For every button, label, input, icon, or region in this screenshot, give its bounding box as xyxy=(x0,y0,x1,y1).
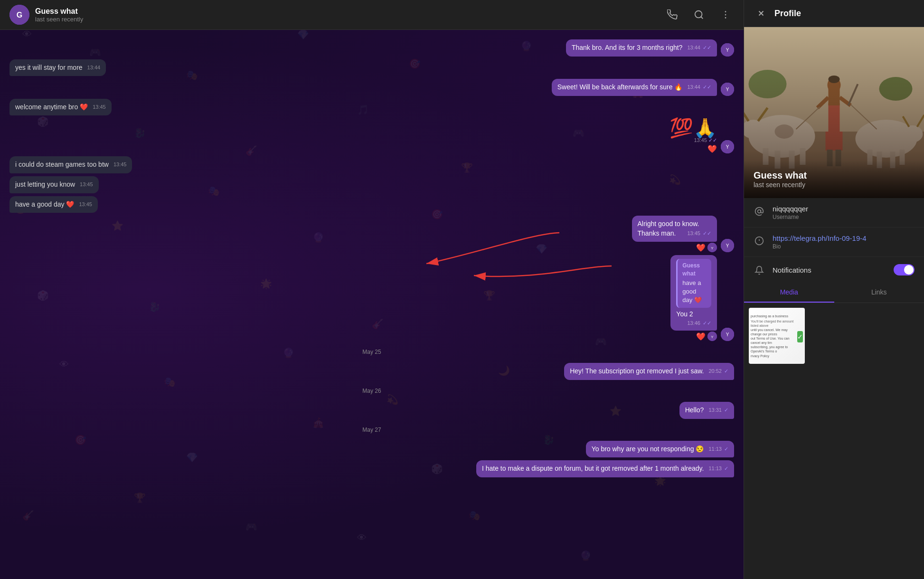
svg-line-3 xyxy=(701,17,703,19)
svg-point-26 xyxy=(749,70,787,98)
profile-panel: Profile xyxy=(744,0,924,579)
header-actions xyxy=(664,6,734,23)
phone-button[interactable] xyxy=(664,6,681,23)
table-row: I hate to make a dispute on forum, but i… xyxy=(9,460,734,477)
table-row: yes it will stay for more 13:44 xyxy=(9,59,734,76)
read-receipt: ✓ xyxy=(724,465,728,471)
message-bubble: yes it will stay for more 13:44 xyxy=(9,59,106,76)
message-avatar: Y xyxy=(707,243,717,252)
date-divider: May 25 xyxy=(9,349,734,355)
svg-point-58 xyxy=(758,210,761,213)
message-time: 13:31 ✓ xyxy=(708,407,728,414)
notifications-toggle[interactable] xyxy=(894,264,915,275)
table-row: Hey! The subscription got removed I just… xyxy=(9,363,734,380)
tab-media[interactable]: Media xyxy=(744,283,834,303)
profile-info: niqqqqqqer Username https://telegra.ph/I… xyxy=(744,198,924,283)
notifications-content: Notifications xyxy=(773,266,886,274)
svg-line-50 xyxy=(840,97,851,105)
svg-point-28 xyxy=(749,115,815,158)
svg-text:Y: Y xyxy=(726,332,729,337)
message-time: 13:45 xyxy=(93,104,106,111)
message-text: You 2 xyxy=(676,310,711,319)
date-divider: May 26 xyxy=(9,388,734,394)
bell-icon xyxy=(754,265,765,276)
at-icon xyxy=(754,206,765,217)
message-avatar: Y xyxy=(707,332,717,341)
media-item[interactable]: purchasing as a business You'll be charg… xyxy=(749,308,805,364)
svg-line-55 xyxy=(796,107,820,129)
message-time: 20:52 ✓ xyxy=(708,368,728,375)
message-avatar: Y xyxy=(721,83,734,96)
message-time: 13:46 ✓✓ xyxy=(687,320,711,327)
message-bubble: Hey! The subscription got removed I just… xyxy=(564,363,734,380)
message-avatar: Y xyxy=(721,43,734,57)
message-avatar: Y xyxy=(721,239,734,252)
close-profile-button[interactable] xyxy=(754,6,769,21)
read-receipt: ✓ xyxy=(724,407,728,413)
bio-label: Bio xyxy=(773,243,915,250)
svg-point-33 xyxy=(744,120,765,139)
tab-links[interactable]: Links xyxy=(834,283,924,303)
message-text: i could do steam games too btw xyxy=(15,161,109,168)
message-bubble: have a good day ❤️ 13:45 xyxy=(9,196,98,213)
chat-area: 👁🎮 🎭💎 🎯🔮 🎪🎲 🐉🎸 🎵🏆 🎮💫 🌙⭐ 🎭🔮 🎯💎 🎪🎲 🐉🌟 🎸🏆 🎮… xyxy=(0,0,744,579)
message-bubble-quoted: Guess what have a good day ❤️ You 2 13:4… xyxy=(670,255,717,331)
table-row: welcome anytime bro ❤️ 13:45 xyxy=(9,99,734,116)
svg-point-4 xyxy=(725,11,726,12)
message-time: 13:44 xyxy=(87,64,101,71)
svg-line-43 xyxy=(903,116,909,127)
svg-rect-47 xyxy=(829,89,840,105)
message-text: have a good day ❤️ xyxy=(15,200,74,208)
svg-point-37 xyxy=(856,120,917,158)
message-text: just letting you know xyxy=(15,180,75,188)
messages-container[interactable]: Thank bro. And its for 3 months right? 1… xyxy=(0,30,744,579)
svg-point-2 xyxy=(695,11,702,18)
svg-text:Y: Y xyxy=(711,246,714,250)
svg-text:Y: Y xyxy=(726,47,729,53)
svg-line-34 xyxy=(744,110,749,121)
read-receipt: ✓✓ xyxy=(703,320,711,326)
read-receipt: ✓✓ xyxy=(703,84,711,90)
svg-text:G: G xyxy=(17,11,22,19)
more-button[interactable] xyxy=(717,6,734,23)
message-bubble: I hate to make a dispute on forum, but i… xyxy=(476,460,734,477)
contact-avatar[interactable]: G xyxy=(9,5,29,25)
svg-point-53 xyxy=(829,76,840,83)
profile-header: Profile xyxy=(744,0,924,27)
message-time: 13:45 xyxy=(80,181,93,188)
svg-point-5 xyxy=(725,14,726,16)
read-receipt: ✓✓ xyxy=(703,230,711,236)
message-text: Thank bro. And its for 3 months right? xyxy=(572,44,682,51)
profile-display-name: Guess what xyxy=(754,170,915,181)
message-avatar: Y xyxy=(721,140,734,153)
username-content: niqqqqqqer Username xyxy=(773,205,915,220)
bio-link[interactable]: https://telegra.ph/Info-09-19-4 xyxy=(773,234,867,242)
svg-line-35 xyxy=(758,108,768,121)
message-bubble: welcome anytime bro ❤️ 13:45 xyxy=(9,99,112,116)
message-text: Hello? xyxy=(685,406,704,414)
table-row: Guess what have a good day ❤️ You 2 13:4… xyxy=(9,255,734,341)
message-time: 13:45 xyxy=(79,201,92,208)
username-value: niqqqqqqer xyxy=(773,205,915,213)
search-button[interactable] xyxy=(690,6,707,23)
message-bubble: just letting you know 13:45 xyxy=(9,176,99,193)
contact-info: Guess what last seen recently xyxy=(35,7,664,23)
message-text: welcome anytime bro ❤️ xyxy=(15,103,88,111)
svg-rect-45 xyxy=(829,103,840,139)
svg-line-56 xyxy=(851,104,877,129)
svg-point-6 xyxy=(725,17,726,19)
svg-line-54 xyxy=(849,84,858,105)
message-bubble: Sweet! Will be back afterwards for sure … xyxy=(552,79,717,96)
quoted-message: Guess what have a good day ❤️ xyxy=(676,259,711,307)
table-row: Thank bro. And its for 3 months right? 1… xyxy=(9,39,734,57)
username-label: Username xyxy=(773,214,915,220)
message-text: Yo bro why are you not responding 😒 xyxy=(592,445,704,453)
message-time: 11:13 ✓ xyxy=(708,465,728,472)
message-time: 11:13 ✓ xyxy=(708,446,728,453)
contact-name: Guess what xyxy=(35,7,664,16)
table-row: Hello? 13:31 ✓ xyxy=(9,402,734,419)
svg-point-36 xyxy=(775,124,794,139)
svg-text:Y: Y xyxy=(711,335,714,339)
message-text: Hey! The subscription got removed I just… xyxy=(570,367,704,375)
message-text: yes it will stay for more xyxy=(15,64,83,71)
